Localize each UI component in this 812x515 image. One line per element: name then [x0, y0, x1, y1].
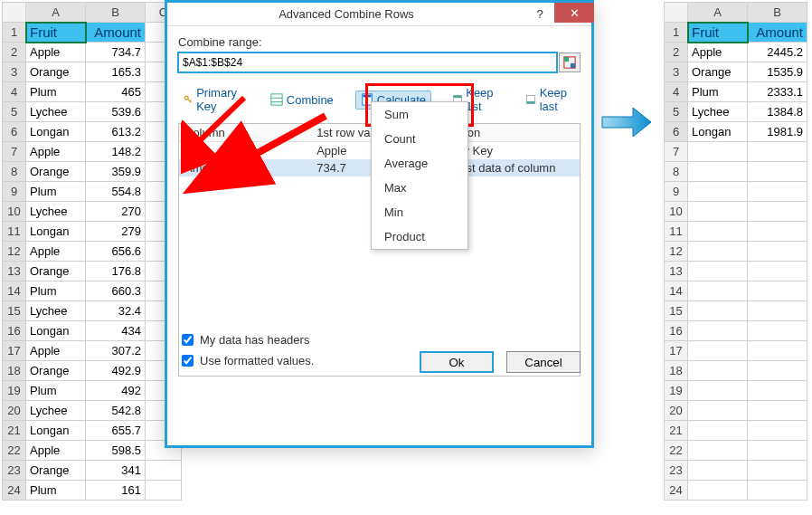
row-header[interactable]: 10	[3, 202, 26, 222]
cell-A22[interactable]	[688, 441, 748, 461]
row-header[interactable]: 19	[665, 381, 688, 401]
row-header[interactable]: 4	[665, 82, 688, 102]
row-header[interactable]: 24	[665, 481, 688, 501]
row-header[interactable]: 12	[3, 242, 26, 262]
cell-A18[interactable]	[688, 361, 748, 381]
primary-key-button[interactable]: Primary Key	[178, 83, 249, 116]
cell-B6[interactable]: 1981.9	[748, 122, 807, 142]
row-header[interactable]: 2	[3, 43, 26, 62]
cell-A20[interactable]: Lychee	[26, 401, 86, 421]
row-header[interactable]: 19	[3, 381, 26, 401]
row-header[interactable]: 13	[3, 262, 26, 281]
cell-A17[interactable]	[688, 341, 748, 361]
row-header[interactable]: 15	[3, 301, 26, 321]
cell-B22[interactable]	[748, 441, 807, 461]
formatted-checkbox-input[interactable]	[182, 355, 194, 367]
cell-B8[interactable]	[748, 162, 807, 182]
cell-B8[interactable]: 359.9	[86, 162, 146, 182]
cell-A19[interactable]: Plum	[26, 381, 86, 401]
cell-B13[interactable]: 176.8	[86, 262, 146, 281]
row-header[interactable]: 1	[3, 23, 26, 43]
row-header[interactable]: 17	[3, 341, 26, 361]
row-header[interactable]: 20	[3, 401, 26, 421]
row-header[interactable]: 5	[3, 102, 26, 122]
headers-checkbox[interactable]: My data has headers	[178, 331, 314, 348]
col-header-B[interactable]: B	[86, 3, 146, 23]
row-header[interactable]: 7	[3, 142, 26, 162]
row-header[interactable]: 23	[3, 461, 26, 481]
cell-B12[interactable]: 656.6	[86, 242, 146, 262]
cell-B18[interactable]: 492.9	[86, 361, 146, 381]
cell-B5[interactable]: 1384.8	[748, 102, 807, 122]
select-all-corner[interactable]	[665, 3, 688, 23]
row-header[interactable]: 23	[665, 461, 688, 481]
row-header[interactable]: 16	[3, 321, 26, 341]
cell-A1[interactable]: Fruit	[688, 23, 748, 43]
cell-B11[interactable]: 279	[86, 222, 146, 242]
cell-A2[interactable]: Apple	[688, 43, 748, 62]
row-header[interactable]: 5	[665, 102, 688, 122]
cell-C24[interactable]	[146, 481, 182, 501]
cell-A12[interactable]	[688, 242, 748, 262]
cell-A11[interactable]	[688, 222, 748, 242]
row-header[interactable]: 9	[665, 182, 688, 202]
cell-B19[interactable]: 492	[86, 381, 146, 401]
cell-A2[interactable]: Apple	[26, 43, 86, 62]
cell-A7[interactable]	[688, 142, 748, 162]
cell-B6[interactable]: 613.2	[86, 122, 146, 142]
cell-B21[interactable]: 655.7	[86, 421, 146, 441]
menu-item-count[interactable]: Count	[372, 127, 467, 151]
cell-B7[interactable]: 148.2	[86, 142, 146, 162]
row-header[interactable]: 18	[665, 361, 688, 381]
cell-B20[interactable]	[748, 401, 807, 421]
row-header[interactable]: 14	[665, 281, 688, 301]
col-header-A[interactable]: A	[26, 3, 86, 23]
cell-A3[interactable]: Orange	[688, 62, 748, 82]
cell-A5[interactable]: Lychee	[688, 102, 748, 122]
cell-A4[interactable]: Plum	[26, 82, 86, 102]
cell-B1[interactable]: Amount	[748, 23, 807, 43]
cell-B24[interactable]	[748, 481, 807, 501]
cell-B14[interactable]	[748, 281, 807, 301]
row-header[interactable]: 8	[665, 162, 688, 182]
cell-B2[interactable]: 734.7	[86, 43, 146, 62]
cell-A5[interactable]: Lychee	[26, 102, 86, 122]
range-selector-button[interactable]	[559, 52, 581, 72]
close-button[interactable]: ✕	[554, 3, 594, 23]
cell-A9[interactable]: Plum	[26, 182, 86, 202]
cell-A1[interactable]: Fruit	[26, 23, 86, 43]
cell-A15[interactable]: Lychee	[26, 301, 86, 321]
cell-A22[interactable]: Apple	[26, 441, 86, 461]
menu-item-min[interactable]: Min	[372, 200, 467, 224]
cell-B10[interactable]	[748, 202, 807, 222]
row-header[interactable]: 17	[665, 341, 688, 361]
cell-B4[interactable]: 465	[86, 82, 146, 102]
cell-A14[interactable]: Plum	[26, 281, 86, 301]
cell-A8[interactable]: Orange	[26, 162, 86, 182]
row-header[interactable]: 12	[665, 242, 688, 262]
cell-B17[interactable]: 307.2	[86, 341, 146, 361]
row-header[interactable]: 16	[665, 321, 688, 341]
cell-A7[interactable]: Apple	[26, 142, 86, 162]
cell-B18[interactable]	[748, 361, 807, 381]
cell-B15[interactable]: 32.4	[86, 301, 146, 321]
formatted-checkbox[interactable]: Use formatted values.	[178, 352, 314, 369]
cell-B13[interactable]	[748, 262, 807, 281]
row-header[interactable]: 18	[3, 361, 26, 381]
row-header[interactable]: 7	[665, 142, 688, 162]
cell-A17[interactable]: Apple	[26, 341, 86, 361]
menu-item-average[interactable]: Average	[372, 151, 467, 176]
row-header[interactable]: 15	[665, 301, 688, 321]
ok-button[interactable]: Ok	[420, 351, 494, 373]
row-header[interactable]: 21	[3, 421, 26, 441]
cell-B20[interactable]: 542.8	[86, 401, 146, 421]
row-header[interactable]: 10	[665, 202, 688, 222]
row-header[interactable]: 8	[3, 162, 26, 182]
row-header[interactable]: 3	[665, 62, 688, 82]
row-header[interactable]: 4	[3, 82, 26, 102]
row-header[interactable]: 9	[3, 182, 26, 202]
cell-A13[interactable]	[688, 262, 748, 281]
cell-B11[interactable]	[748, 222, 807, 242]
cell-A16[interactable]: Longan	[26, 321, 86, 341]
cell-A19[interactable]	[688, 381, 748, 401]
